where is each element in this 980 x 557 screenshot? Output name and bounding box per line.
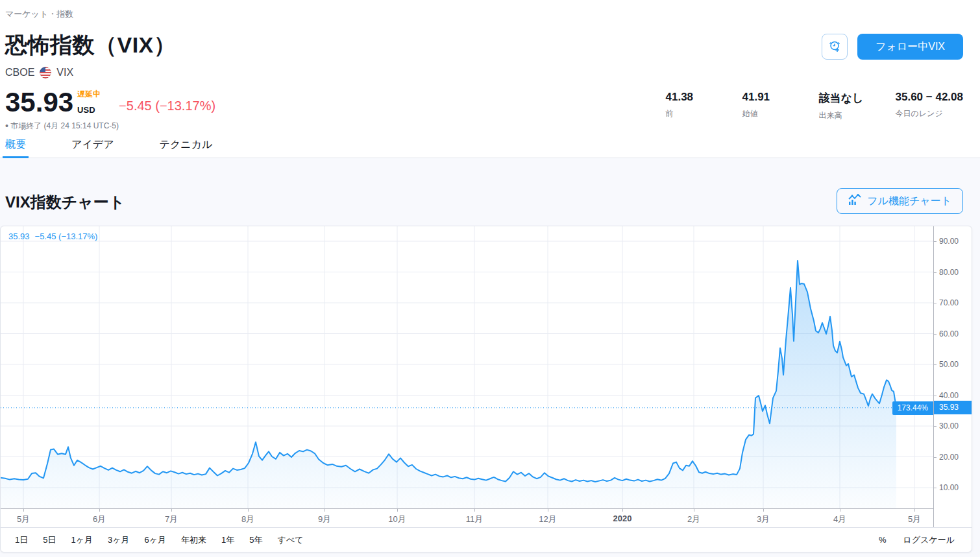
overview-section: VIX指数チャート フル機能チャート 35 — [0, 158, 980, 557]
header-actions: フォロー中VIX — [822, 34, 963, 60]
x-axis-tick — [397, 509, 398, 512]
alarm-plus-icon — [827, 39, 842, 55]
stat-label: 今日のレンジ — [896, 108, 963, 119]
delay-badge: 遅延中 — [77, 89, 101, 100]
x-axis-label: 10月 — [388, 514, 406, 525]
key-stats: 41.38 前 41.91 始値 該当なし 出来高 35.60 − 42.08 … — [666, 91, 963, 121]
x-axis-tick — [99, 509, 100, 512]
stat-open: 41.91 始値 — [742, 91, 788, 121]
tab-technicals[interactable]: テクニカル — [157, 133, 215, 158]
stat-label: 出来高 — [819, 110, 864, 121]
x-axis-label: 9月 — [318, 514, 331, 525]
breadcrumb-indices-link[interactable]: 指数 — [56, 9, 73, 19]
tab-overview[interactable]: 概要 — [3, 133, 29, 158]
toolbar-right: % ログスケール — [879, 534, 962, 546]
stat-prev-close: 41.38 前 — [666, 91, 711, 121]
x-axis-label: 5月 — [17, 514, 30, 525]
range-1m[interactable]: 1ヶ月 — [66, 531, 98, 549]
stat-value: 41.91 — [742, 91, 788, 104]
symbol-header: マーケット・指数 恐怖指数（VIX） CBOE VIX — [0, 0, 980, 133]
last-price-badge: 35.93 — [934, 401, 972, 414]
x-axis-label: 2月 — [687, 514, 700, 525]
y-axis-tick — [934, 396, 937, 396]
price-chart[interactable]: 35.93−5.45 (−13.17%) 173.44% — [1, 226, 933, 508]
stat-value: 41.38 — [666, 91, 711, 104]
status-dot-icon: • — [5, 121, 8, 131]
x-axis-tick — [23, 509, 24, 512]
stat-value: 該当なし — [819, 91, 864, 106]
x-axis-label: 8月 — [241, 514, 254, 525]
y-axis-tick — [934, 272, 937, 273]
y-axis-label: 60.00 — [939, 329, 959, 338]
legend-change: −5.45 (−13.17%) — [35, 231, 98, 241]
chart-widget: 35.93−5.45 (−13.17%) 173.44% 35.93 10.00… — [0, 226, 972, 552]
us-flag-icon — [40, 67, 51, 78]
x-axis-tick — [914, 509, 915, 512]
percent-scale-toggle[interactable]: % — [879, 535, 887, 545]
x-axis-tick — [474, 509, 475, 512]
x-axis-label: 7月 — [165, 514, 178, 525]
range-5d[interactable]: 5日 — [38, 531, 61, 549]
legend-price: 35.93 — [8, 231, 30, 241]
breadcrumb: マーケット・指数 — [5, 8, 963, 20]
y-axis-tick — [934, 241, 937, 242]
y-axis-tick — [934, 488, 937, 488]
x-axis-tick — [248, 509, 249, 512]
y-axis-label: 20.00 — [939, 453, 959, 462]
x-axis-label: 5月 — [908, 514, 921, 525]
market-status-text: 市場終了 (4月 24 15:14 UTC-5) — [10, 121, 119, 130]
y-axis-tick — [934, 457, 937, 458]
symbol-row: CBOE VIX — [5, 67, 963, 78]
range-ytd[interactable]: 年初来 — [176, 531, 212, 549]
chart-section-header: VIX指数チャート フル機能チャート — [0, 158, 980, 226]
chart-legend: 35.93−5.45 (−13.17%) — [8, 231, 103, 241]
tab-ideas[interactable]: アイデア — [69, 133, 117, 158]
full-chart-button[interactable]: フル機能チャート — [837, 188, 963, 214]
x-axis-label: 4月 — [833, 514, 846, 525]
tab-bar: 概要 アイデア テクニカル — [0, 133, 980, 158]
range-6m[interactable]: 6ヶ月 — [140, 531, 172, 549]
full-chart-button-label: フル機能チャート — [867, 195, 951, 208]
y-axis-tick — [934, 426, 937, 427]
y-axis-label: 30.00 — [939, 421, 959, 431]
x-axis-tick — [622, 509, 623, 512]
x-axis-label: 2020 — [613, 514, 632, 523]
chart-line-icon — [848, 194, 861, 208]
range-1y[interactable]: 1年 — [216, 531, 239, 549]
chart-canvas[interactable] — [1, 226, 933, 508]
range-3m[interactable]: 3ヶ月 — [103, 531, 135, 549]
x-axis-label: 6月 — [93, 514, 106, 525]
stat-label: 始値 — [742, 108, 788, 119]
y-axis-tick — [934, 303, 937, 303]
currency-label: USD — [77, 105, 101, 115]
stat-day-range: 35.60 − 42.08 今日のレンジ — [896, 91, 963, 121]
x-axis-tick — [840, 509, 840, 512]
breadcrumb-separator: ・ — [48, 9, 56, 19]
last-price: 35.93 — [5, 91, 73, 115]
y-axis-tick — [934, 364, 937, 365]
page-title: 恐怖指数（VIX） — [5, 30, 963, 60]
y-axis-label: 50.00 — [939, 360, 959, 369]
y-axis-label: 10.00 — [939, 483, 959, 492]
stat-label: 前 — [666, 108, 711, 119]
time-axis[interactable]: 5月6月7月8月9月10月11月12月20202月3月4月5月 — [1, 508, 933, 527]
x-axis-tick — [325, 509, 325, 512]
market-status: • 市場終了 (4月 24 15:14 UTC-5) — [5, 121, 963, 132]
range-5y[interactable]: 5年 — [244, 531, 267, 549]
add-alert-button[interactable] — [822, 34, 848, 60]
range-1d[interactable]: 1日 — [10, 531, 33, 549]
chart-toolbar: 1日 5日 1ヶ月 3ヶ月 6ヶ月 年初来 1年 5年 すべて % ログスケール — [1, 527, 972, 552]
breadcrumb-market-link[interactable]: マーケット — [5, 9, 48, 19]
exchange-label: CBOE — [5, 67, 34, 78]
x-axis-label: 12月 — [539, 514, 556, 525]
follow-button[interactable]: フォロー中VIX — [857, 34, 963, 60]
y-axis-label: 80.00 — [939, 268, 959, 277]
x-axis-tick — [694, 509, 694, 512]
symbol-label: VIX — [56, 67, 73, 78]
last-percent-badge: 173.44% — [892, 401, 933, 415]
range-all[interactable]: すべて — [273, 531, 309, 549]
log-scale-toggle[interactable]: ログスケール — [903, 534, 955, 546]
chart-section-title: VIX指数チャート — [5, 192, 125, 213]
price-axis[interactable]: 35.93 10.0020.0030.0040.0050.0060.0070.0… — [933, 226, 972, 527]
stat-volume: 該当なし 出来高 — [819, 91, 864, 121]
